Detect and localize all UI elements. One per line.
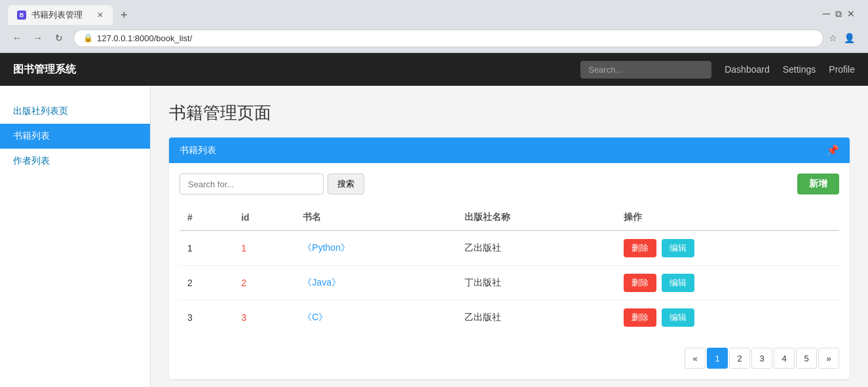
top-navbar: 图书管理系统 Dashboard Settings Profile	[0, 53, 868, 86]
lock-icon: 🔒	[83, 33, 93, 43]
col-action: 操作	[616, 205, 839, 230]
table-row: 2 2 《Java》 丁出版社 删除 编辑	[179, 266, 839, 301]
pagination-page-1[interactable]: 1	[707, 348, 728, 369]
back-button[interactable]: ←	[8, 29, 26, 47]
delete-button[interactable]: 删除	[624, 308, 656, 327]
cell-index: 2	[179, 266, 233, 301]
pagination-page-4[interactable]: 4	[774, 348, 795, 369]
card-body: 搜索 新增 # id 书名 出版社名称 操作	[169, 163, 850, 379]
cell-publisher: 乙出版社	[457, 301, 616, 335]
sidebar-item-books[interactable]: 书籍列表	[0, 124, 150, 149]
cell-publisher: 丁出版社	[457, 266, 616, 301]
search-input-group: 搜索	[179, 174, 364, 194]
navbar-search-area	[89, 61, 711, 79]
book-title-link[interactable]: 《C》	[303, 312, 328, 322]
id-link[interactable]: 1	[241, 243, 246, 253]
id-link[interactable]: 2	[241, 278, 246, 288]
nav-link-dashboard[interactable]: Dashboard	[725, 64, 770, 75]
close-window-icon[interactable]: ✕	[847, 9, 855, 19]
table-row: 1 1 《Python》 乙出版社 删除 编辑	[179, 230, 839, 266]
close-tab-icon[interactable]: ✕	[97, 10, 104, 20]
reload-button[interactable]: ↻	[50, 29, 68, 47]
search-input[interactable]	[179, 174, 324, 194]
cell-publisher: 乙出版社	[457, 230, 616, 266]
col-index: #	[179, 205, 233, 230]
cell-id: 2	[233, 266, 295, 301]
browser-chrome: B 书籍列表管理 ✕ + ─ ⧉ ✕ ← → ↻ 🔒 127.0.0.1:800…	[0, 0, 868, 53]
cell-actions: 删除 编辑	[616, 230, 839, 266]
new-tab-button[interactable]: +	[117, 7, 132, 24]
book-table: # id 书名 出版社名称 操作 1 1 《Python》 乙出版社 删除 编辑…	[179, 205, 839, 335]
url-text: 127.0.0.1:8000/book_list/	[97, 33, 192, 43]
search-row: 搜索 新增	[179, 174, 839, 194]
id-link[interactable]: 3	[241, 312, 246, 323]
book-title-link[interactable]: 《Java》	[303, 277, 341, 287]
cell-title: 《Java》	[295, 266, 457, 301]
edit-button[interactable]: 编辑	[662, 308, 694, 327]
minimize-icon[interactable]: ─	[823, 8, 830, 20]
brand-label: 图书管理系统	[13, 63, 76, 77]
pagination-page-3[interactable]: 3	[751, 348, 772, 369]
page-title: 书籍管理页面	[169, 101, 850, 124]
cell-id: 3	[233, 301, 295, 335]
col-publisher: 出版社名称	[457, 205, 616, 230]
nav-link-profile[interactable]: Profile	[829, 64, 855, 75]
browser-tab[interactable]: B 书籍列表管理 ✕	[8, 5, 113, 25]
main-layout: 出版社列表页 书籍列表 作者列表 书籍管理页面 书籍列表 📌 搜索	[0, 86, 868, 387]
sidebar-item-authors[interactable]: 作者列表	[0, 149, 150, 174]
card-header: 书籍列表 📌	[169, 138, 850, 163]
edit-button[interactable]: 编辑	[662, 239, 694, 257]
account-icon[interactable]: 👤	[844, 33, 855, 43]
search-button[interactable]: 搜索	[328, 174, 364, 194]
cell-index: 3	[179, 301, 233, 335]
pagination-page-2[interactable]: 2	[729, 348, 750, 369]
book-title-link[interactable]: 《Python》	[303, 242, 350, 253]
table-row: 3 3 《C》 乙出版社 删除 编辑	[179, 301, 839, 335]
forward-button[interactable]: →	[29, 29, 47, 47]
card-header-title: 书籍列表	[179, 145, 216, 157]
restore-icon[interactable]: ⧉	[835, 9, 842, 20]
pagination-prev[interactable]: «	[685, 348, 706, 369]
cell-index: 1	[179, 230, 233, 266]
edit-button[interactable]: 编辑	[662, 274, 694, 292]
delete-button[interactable]: 删除	[624, 239, 656, 257]
sidebar: 出版社列表页 书籍列表 作者列表	[0, 86, 151, 387]
cell-actions: 删除 编辑	[616, 301, 839, 335]
delete-button[interactable]: 删除	[624, 274, 656, 292]
navbar-search-input[interactable]	[580, 61, 711, 79]
bookmark-icon[interactable]: ☆	[829, 33, 837, 43]
pin-icon: 📌	[826, 144, 839, 157]
book-list-card: 书籍列表 📌 搜索 新增 # id	[169, 138, 850, 379]
col-id: id	[233, 205, 295, 230]
table-header-row: # id 书名 出版社名称 操作	[179, 205, 839, 230]
pagination: « 12345 »	[179, 348, 839, 369]
cell-id: 1	[233, 230, 295, 266]
cell-title: 《C》	[295, 301, 457, 335]
pagination-page-5[interactable]: 5	[796, 348, 817, 369]
address-bar[interactable]: 🔒 127.0.0.1:8000/book_list/	[73, 29, 823, 47]
tab-title: 书籍列表管理	[31, 9, 83, 21]
content-area: 书籍管理页面 书籍列表 📌 搜索 新增	[151, 86, 868, 387]
nav-links: Dashboard Settings Profile	[725, 64, 855, 75]
add-button[interactable]: 新增	[797, 174, 839, 194]
col-title: 书名	[295, 205, 457, 230]
pagination-next[interactable]: »	[818, 348, 839, 369]
cell-actions: 删除 编辑	[616, 266, 839, 301]
nav-link-settings[interactable]: Settings	[783, 64, 816, 75]
cell-title: 《Python》	[295, 230, 457, 266]
sidebar-item-publishers[interactable]: 出版社列表页	[0, 99, 150, 124]
tab-favicon: B	[17, 10, 26, 20]
